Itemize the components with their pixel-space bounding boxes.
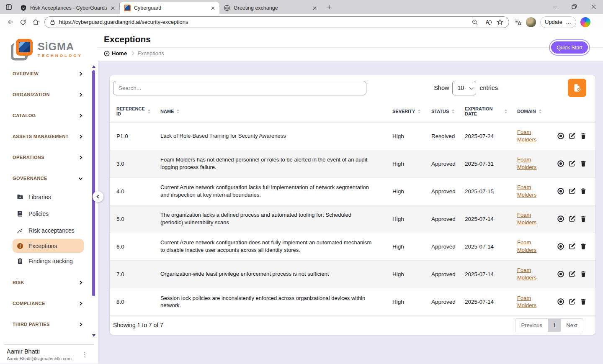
sidebar-item-organization[interactable]: ORGANIZATION	[0, 84, 98, 105]
view-icon[interactable]	[557, 215, 564, 223]
domain-link[interactable]: Foam Molders	[517, 212, 536, 226]
edit-icon[interactable]	[568, 187, 576, 195]
favorite-star-icon[interactable]	[494, 16, 506, 28]
sidebar-item-catalog[interactable]: CATALOG	[0, 105, 98, 126]
sidebar-item-exceptions[interactable]: Exceptions	[13, 239, 84, 253]
breadcrumb-home-link[interactable]: Home	[104, 50, 127, 56]
pagination-previous-button[interactable]: Previous	[515, 319, 548, 332]
sidebar-item-compliance[interactable]: COMPLIANCE	[0, 293, 98, 314]
sort-icon[interactable]	[505, 109, 507, 113]
scroll-down-icon[interactable]	[92, 334, 95, 337]
window-restore-button[interactable]	[564, 0, 584, 13]
pagination-page-1-button[interactable]: 1	[548, 319, 561, 332]
sidebar-item-governance[interactable]: GOVERNANCE	[0, 168, 98, 189]
window-close-button[interactable]	[584, 0, 603, 13]
view-icon[interactable]	[557, 243, 564, 250]
sidebar-item-assets-management[interactable]: ASSETS MANAGEMENT	[0, 126, 98, 147]
sidebar-item-overview[interactable]: OVERVIEW	[0, 63, 98, 84]
edit-icon[interactable]	[568, 160, 576, 167]
sidebar-collapse-button[interactable]	[93, 191, 103, 202]
tab-close-icon[interactable]	[109, 5, 116, 11]
sort-icon[interactable]	[452, 109, 454, 113]
view-icon[interactable]	[557, 270, 564, 278]
table-controls: Show 10 entries	[110, 75, 595, 100]
window-minimize-button[interactable]	[545, 0, 564, 13]
cell-severity: High	[386, 260, 425, 288]
domain-link[interactable]: Foam Molders	[517, 267, 536, 281]
column-header-status[interactable]: STATUS	[425, 100, 458, 122]
address-bar[interactable]: https://cyberguard.guardiangrid.ai/secur…	[44, 16, 509, 28]
tab-close-icon[interactable]	[311, 5, 318, 11]
domain-link[interactable]: Foam Molders	[517, 295, 536, 309]
favorites-hub-icon[interactable]	[512, 16, 524, 28]
zoom-out-page-icon[interactable]	[469, 16, 481, 28]
domain-link[interactable]: Foam Molders	[517, 129, 536, 143]
copilot-icon[interactable]	[580, 17, 590, 27]
view-icon[interactable]	[557, 160, 564, 167]
delete-icon[interactable]	[580, 187, 587, 195]
sidebar-item-libraries[interactable]: Libraries	[0, 189, 98, 205]
sort-icon[interactable]	[418, 109, 420, 113]
cell-status: Approved	[425, 233, 458, 260]
table-footer: Showing 1 to 7 of 7 Previous 1 Next	[110, 315, 595, 334]
sidebar-item-policies[interactable]: Policies	[0, 205, 98, 222]
browser-tab-greeting-exchange[interactable]: Greeting exchange	[219, 2, 321, 14]
cell-status: Resolved	[425, 122, 458, 150]
site-security-lock-icon[interactable]	[50, 19, 55, 25]
edit-icon[interactable]	[568, 215, 576, 223]
view-icon[interactable]	[557, 298, 564, 305]
edit-icon[interactable]	[568, 298, 576, 305]
browser-update-button[interactable]: Update …	[540, 16, 576, 28]
column-header-reference-id[interactable]: REFERENCE ID	[110, 100, 154, 122]
chevron-right-icon	[78, 92, 83, 97]
delete-icon[interactable]	[580, 243, 587, 250]
page-size-select[interactable]: 10	[452, 81, 476, 95]
column-header-domain[interactable]: DOMAIN	[510, 100, 550, 122]
export-button[interactable]	[568, 79, 586, 97]
sidebar-item-risk-acceptances[interactable]: Risk acceptances	[0, 222, 98, 239]
home-button[interactable]	[29, 16, 42, 28]
tab-actions-menu-button[interactable]	[3, 2, 14, 13]
delete-icon[interactable]	[580, 160, 587, 167]
sort-icon[interactable]	[539, 109, 541, 113]
refresh-button[interactable]	[17, 16, 29, 28]
view-icon[interactable]	[557, 187, 564, 195]
delete-icon[interactable]	[580, 215, 587, 223]
more-options-icon[interactable]: …	[566, 19, 572, 25]
user-menu-kebab-icon[interactable]: ⋮	[78, 350, 91, 359]
tab-close-icon[interactable]	[209, 5, 216, 11]
sidebar-item-operations[interactable]: OPERATIONS	[0, 147, 98, 168]
view-icon[interactable]	[557, 132, 564, 140]
column-header-name[interactable]: NAME	[154, 100, 386, 122]
sidebar-item-findings-tracking[interactable]: Findings tracking	[0, 253, 98, 269]
domain-link[interactable]: Foam Molders	[517, 156, 536, 170]
edit-icon[interactable]	[568, 270, 576, 278]
domain-link[interactable]: Foam Molders	[517, 184, 536, 198]
pagination-next-button[interactable]: Next	[561, 319, 583, 332]
browser-tab-risk-acceptances[interactable]: Risk Acceptances - CyberGuard.ai	[16, 2, 119, 14]
sidebar-item-risk[interactable]: RISK	[0, 272, 98, 293]
sort-icon[interactable]	[177, 109, 179, 113]
tab-title: Greeting exchange	[234, 5, 309, 11]
delete-icon[interactable]	[580, 270, 587, 278]
new-tab-button[interactable]: +	[324, 2, 335, 13]
scroll-up-icon[interactable]	[92, 65, 95, 68]
column-header-severity[interactable]: SEVERITY	[386, 100, 425, 122]
scrollbar-thumb[interactable]	[92, 70, 95, 296]
sidebar-item-third-parties[interactable]: THIRD PARTIES	[0, 314, 98, 335]
browser-tab-cyberguard-active[interactable]: Cyberguard	[120, 2, 219, 14]
search-input[interactable]	[113, 81, 366, 95]
delete-icon[interactable]	[580, 132, 587, 140]
url-text[interactable]: https://cyberguard.guardiangrid.ai/secur…	[59, 19, 469, 25]
read-aloud-icon[interactable]: A	[481, 16, 494, 28]
edit-icon[interactable]	[568, 132, 576, 140]
column-header-expiration-date[interactable]: EXPIRATION DATE	[458, 100, 510, 122]
cell-status: Approved	[425, 288, 458, 315]
delete-icon[interactable]	[580, 298, 587, 305]
back-button[interactable]	[4, 16, 17, 28]
browser-profile-avatar[interactable]	[526, 17, 536, 27]
quick-start-button[interactable]: Quick Start	[551, 41, 588, 54]
domain-link[interactable]: Foam Molders	[517, 239, 536, 253]
edit-icon[interactable]	[568, 243, 576, 250]
sort-icon[interactable]	[148, 109, 150, 113]
